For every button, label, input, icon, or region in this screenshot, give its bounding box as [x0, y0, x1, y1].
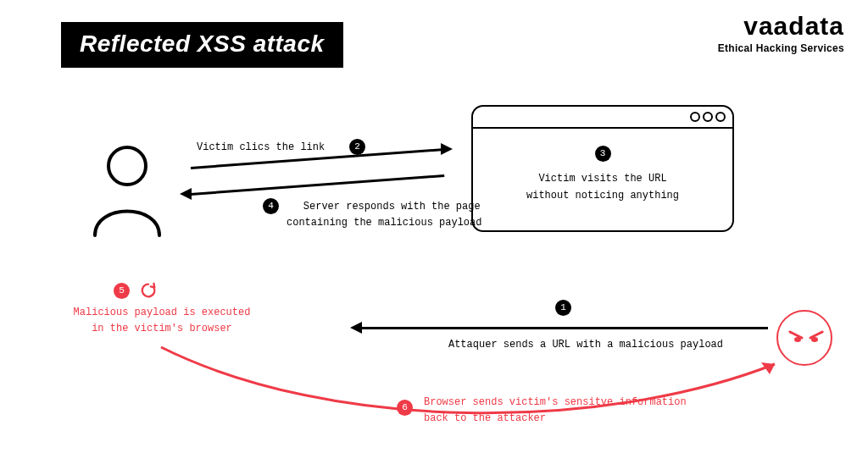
step-5-text-line2: in the victim's browser	[92, 323, 232, 334]
step-4-badge: 4	[263, 198, 279, 214]
brand-logo: vaadata Ethical Hacking Services	[718, 12, 844, 54]
arrow-step-2-head	[441, 143, 453, 155]
arrow-step-1	[361, 327, 768, 329]
step-1-text: Attaquer sends a URL with a malicious pa…	[448, 339, 723, 351]
step-3-text-line1: Victim visits the URL	[538, 173, 666, 185]
victim-icon	[85, 141, 170, 246]
brand-name: vaadata	[718, 12, 844, 41]
arrow-step-4-head	[180, 188, 192, 200]
svg-point-1	[794, 337, 801, 342]
step-2-text: Victim clics the link	[197, 141, 325, 153]
step-6-text-line2: back to the attacker	[424, 412, 546, 424]
step-5-badge: 5	[114, 283, 130, 299]
attacker-icon	[776, 310, 832, 366]
arrow-step-4	[191, 174, 444, 196]
step-4-label: 4 Server responds with the page containi…	[263, 198, 481, 231]
step-5-badge-wrap: 5	[114, 283, 130, 299]
svg-point-0	[108, 147, 146, 185]
step-6-badge: 6	[397, 400, 413, 416]
step-2-label: Victim clics the link 2	[197, 139, 365, 156]
page-title: Reflected XSS attack	[61, 22, 343, 68]
svg-point-2	[811, 337, 818, 342]
step-4-text-line1: Server responds with the page	[303, 201, 481, 213]
browser-window: 3 Victim visits the URL without noticing…	[471, 105, 734, 232]
step-6-label: Browser sends victim's sensitve informat…	[424, 395, 687, 427]
step-6-badge-wrap: 6	[397, 400, 413, 416]
step-1-badge-wrap: 1	[555, 300, 571, 316]
step-2-badge: 2	[349, 139, 365, 155]
step-5-label: Malicious payload is executed in the vic…	[73, 305, 251, 337]
brand-tagline: Ethical Hacking Services	[718, 42, 844, 54]
arrow-step-1-head	[350, 322, 362, 334]
step-4-text-line2: containing the malicious payload	[287, 215, 481, 231]
step-1-label: Attaquer sends a URL with a malicious pa…	[403, 337, 768, 353]
step-6-text-line1: Browser sends victim's sensitve informat…	[424, 396, 687, 408]
window-controls-icon	[687, 110, 726, 125]
step-5-text-line1: Malicious payload is executed	[74, 307, 251, 318]
step-1-badge: 1	[555, 300, 571, 316]
reload-icon	[139, 281, 158, 303]
step-3-badge: 3	[595, 146, 611, 162]
step-3-text-line2: without noticing anything	[526, 190, 679, 202]
